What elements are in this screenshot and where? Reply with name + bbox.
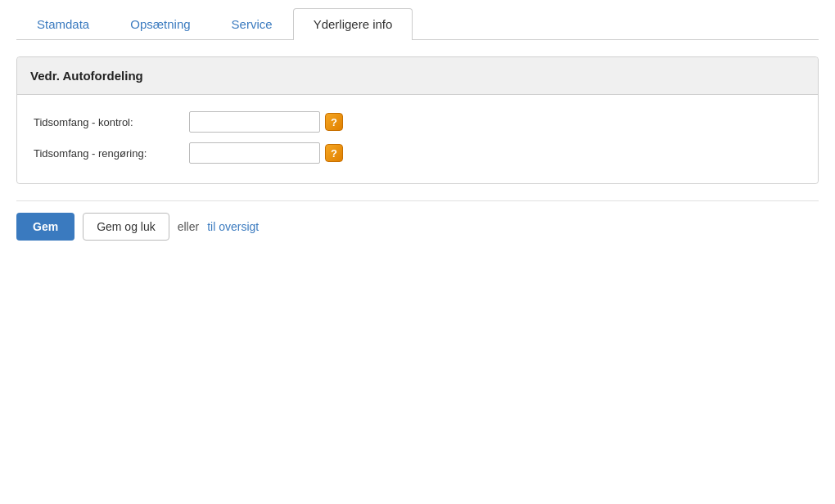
save-close-button[interactable]: Gem og luk	[83, 213, 169, 241]
help-icon-rengoring[interactable]: ?	[325, 144, 343, 162]
label-tidsomfang-kontrol: Tidsomfang - kontrol:	[34, 116, 189, 128]
label-tidsomfang-rengoring: Tidsomfang - rengøring:	[34, 147, 189, 160]
autofordeling-card: Vedr. Autofordeling Tidsomfang - kontrol…	[16, 56, 819, 184]
help-icon-kontrol[interactable]: ?	[325, 113, 343, 131]
form-row-kontrol: Tidsomfang - kontrol: ?	[34, 111, 801, 133]
card-header: Vedr. Autofordeling	[17, 57, 818, 95]
tab-opsaetning[interactable]: Opsætning	[110, 8, 210, 39]
card-body: Tidsomfang - kontrol: ? Tidsomfang - ren…	[17, 95, 818, 183]
tab-yderligere-info[interactable]: Yderligere info	[293, 8, 413, 40]
tab-service[interactable]: Service	[211, 8, 293, 39]
input-tidsomfang-kontrol[interactable]	[189, 111, 320, 133]
footer-bar: Gem Gem og luk eller til oversigt	[16, 200, 819, 249]
save-button[interactable]: Gem	[16, 213, 74, 241]
input-tidsomfang-rengoring[interactable]	[189, 142, 320, 164]
overview-link[interactable]: til oversigt	[207, 220, 259, 233]
page-wrapper: Stamdata Opsætning Service Yderligere in…	[0, 0, 835, 265]
tab-bar: Stamdata Opsætning Service Yderligere in…	[16, 8, 819, 40]
form-row-rengoring: Tidsomfang - rengøring: ?	[34, 142, 801, 164]
tab-stamdata[interactable]: Stamdata	[16, 8, 110, 39]
footer-or-text: eller	[178, 220, 199, 233]
